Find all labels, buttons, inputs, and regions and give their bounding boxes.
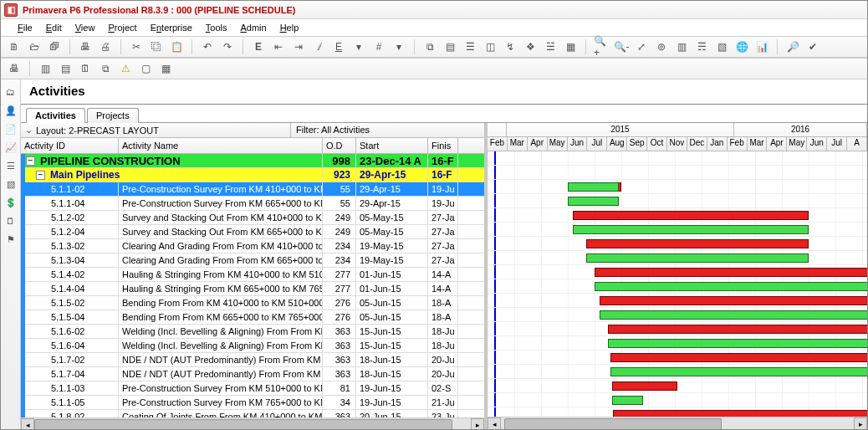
indent-right-icon[interactable]: ⇥ [290, 38, 307, 55]
menu-project[interactable]: Project [103, 21, 141, 34]
menu-help[interactable]: Help [275, 21, 304, 34]
relations-icon[interactable]: ↯ [502, 38, 518, 55]
risk-icon[interactable]: ❖ [522, 38, 539, 55]
group-row[interactable]: −Main Pipelines92329-Apr-1516-F [21, 168, 484, 182]
menu-tools[interactable]: Tools [201, 21, 232, 34]
table-row[interactable]: 5.1.8-02Coating Of Joints From From KM 4… [21, 410, 484, 417]
gantt-body[interactable] [488, 151, 867, 417]
italic-icon[interactable]: ⅈ [310, 38, 327, 55]
table-row[interactable]: 5.1.2-04Survey and Stacking Out From KM … [21, 225, 484, 239]
gantt-bar[interactable] [586, 239, 809, 248]
gantt-icon[interactable]: ☰ [462, 38, 478, 55]
open-icon[interactable]: 🗁 [26, 38, 43, 55]
tab-projects[interactable]: Projects [87, 108, 139, 123]
find-icon[interactable]: 🔎 [784, 38, 801, 55]
sb-wp-icon[interactable]: 🗒 [3, 213, 18, 228]
indent-left-icon[interactable]: ⇤ [270, 38, 287, 55]
menu-file[interactable]: File [13, 21, 38, 34]
table-row[interactable]: 5.1.4-04Hauling & Stringing From KM 665+… [21, 282, 484, 296]
gantt-bar[interactable] [595, 268, 867, 277]
col-activity-id[interactable]: Activity ID [21, 138, 119, 153]
gantt-bar[interactable] [568, 182, 619, 192]
paste-icon[interactable]: 📋 [168, 38, 185, 55]
gantt-bar[interactable] [608, 339, 867, 348]
t2g-icon[interactable]: ▦ [157, 60, 174, 77]
table-row[interactable]: 5.1.3-02Clearing And Grading From From K… [21, 239, 484, 253]
zoom-out-icon[interactable]: 🔍- [613, 38, 630, 55]
table-row[interactable]: 5.1.2-02Survey and Stacking Out From KM … [21, 211, 484, 225]
undo-icon[interactable]: ↶ [199, 38, 216, 55]
t2e-icon[interactable]: ⚠ [117, 60, 134, 77]
layout-selector[interactable]: ⌄ Layout: 2-PRECAST LAYOUT [21, 123, 291, 137]
t2a-icon[interactable]: ▥ [37, 60, 54, 77]
gantt-bar[interactable] [613, 410, 867, 417]
chart-icon[interactable]: 📊 [753, 38, 770, 55]
sb-risk-icon[interactable]: ⚑ [3, 232, 18, 247]
menu-view[interactable]: View [70, 21, 100, 34]
bold-icon[interactable]: E [250, 38, 267, 55]
table-row[interactable]: 5.1.7-04NDE / NDT (AUT Predominantly) Fr… [21, 367, 484, 381]
table-row[interactable]: 5.1.5-02Bending From From KM 410+000 to … [21, 296, 484, 310]
col-activity-name[interactable]: Activity Name [119, 138, 323, 153]
sb-resources-icon[interactable]: 👤 [3, 103, 18, 118]
columns-icon[interactable]: ▥ [673, 38, 690, 55]
collapse-icon[interactable]: − [26, 156, 35, 166]
table-row[interactable]: 5.1.6-02Welding (Incl. Bevelling & Align… [21, 325, 484, 339]
gantt-bar[interactable] [610, 367, 867, 376]
scroll-right-icon[interactable]: ▸ [471, 418, 484, 430]
redo-icon[interactable]: ↷ [219, 38, 236, 55]
menu-admin[interactable]: Admin [235, 21, 271, 34]
save-icon[interactable]: 🗊 [46, 38, 63, 55]
scroll-left-icon[interactable]: ◂ [488, 417, 501, 430]
code-icon[interactable]: ▦ [562, 38, 579, 55]
chevron-down-icon[interactable]: ▾ [391, 38, 407, 55]
scroll-left-icon[interactable]: ◂ [21, 418, 34, 430]
scroll-thumb[interactable] [34, 419, 452, 430]
target-icon[interactable]: ⊚ [653, 38, 670, 55]
zoom-in-icon[interactable]: 🔍+ [593, 38, 610, 55]
sb-reports-icon[interactable]: 📄 [3, 121, 18, 136]
gantt-bar[interactable] [612, 381, 677, 391]
table-row[interactable]: 5.1.3-04Clearing And Grading From From K… [21, 253, 484, 268]
table-row[interactable]: 5.1.7-02NDE / NDT (AUT Predominantly) Fr… [21, 353, 484, 367]
underline-icon[interactable]: E [330, 38, 347, 55]
globe-icon[interactable]: 🌐 [733, 38, 750, 55]
sb-wbs-icon[interactable]: ☰ [3, 158, 18, 173]
t2c-icon[interactable]: 🗓 [77, 60, 94, 77]
hscroll-right[interactable]: ◂ ▸ [488, 417, 867, 430]
gantt-bar[interactable] [568, 197, 619, 206]
zoom-fit-icon[interactable]: ⤢ [633, 38, 650, 55]
new-icon[interactable]: 🗎 [6, 38, 23, 55]
gantt-bar[interactable] [608, 325, 867, 334]
filter-label[interactable]: Filter: All Activities [291, 123, 484, 137]
t2f-icon[interactable]: ▢ [137, 60, 154, 77]
cut-icon[interactable]: ✂ [128, 38, 145, 55]
layout-icon[interactable]: ◫ [482, 38, 498, 55]
tab-activities[interactable]: Activities [26, 108, 85, 123]
sb-activities-icon[interactable]: ▧ [3, 177, 18, 192]
table-row[interactable]: 5.1.5-04Bending From From KM 665+000 to … [21, 310, 484, 325]
col-finish[interactable]: Finis [428, 138, 458, 153]
collapse-icon[interactable]: − [36, 171, 45, 180]
wbs-icon[interactable]: ⧉ [421, 38, 438, 55]
schedule-icon[interactable]: 🖶 [6, 60, 23, 77]
gantt-bar[interactable] [612, 396, 643, 405]
print-icon[interactable]: 🖨 [97, 38, 114, 55]
gantt-bar[interactable] [600, 296, 867, 305]
col-od[interactable]: O.D [323, 138, 356, 153]
resources-icon[interactable]: ▧ [713, 38, 730, 55]
scroll-right-icon[interactable]: ▸ [854, 417, 867, 430]
gantt-bar[interactable] [586, 253, 809, 263]
activity-grid[interactable]: −PIPELINE CONSTRUCTION99823-Dec-14 A16-F… [21, 154, 484, 417]
gantt-bar[interactable] [600, 310, 867, 320]
gantt-bar[interactable] [573, 225, 809, 234]
timescale[interactable]: 20152016 FebMarAprMayJunJulAugSepOctNovD… [488, 123, 867, 151]
t2d-icon[interactable]: ⧉ [97, 60, 114, 77]
gantt-bar[interactable] [610, 353, 867, 362]
t2b-icon[interactable]: ▤ [57, 60, 74, 77]
sb-tracking-icon[interactable]: 📈 [3, 140, 18, 155]
table-row[interactable]: 5.1.6-04Welding (Incl. Bevelling & Align… [21, 339, 484, 353]
table-row[interactable]: 5.1.1-03Pre-Construction Survey From KM … [21, 381, 484, 396]
menu-enterprise[interactable]: Enterprise [146, 21, 197, 34]
table-row[interactable]: 5.1.1-04Pre-Construction Survey From KM … [21, 197, 484, 211]
